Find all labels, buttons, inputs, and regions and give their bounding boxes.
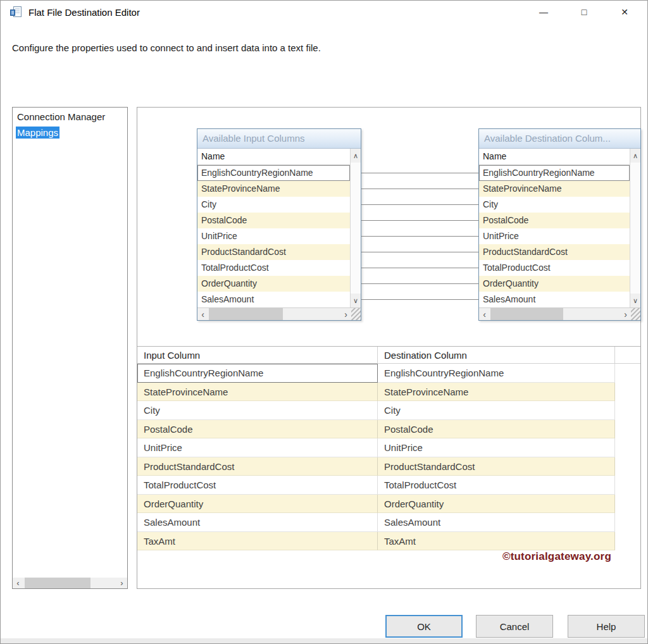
- scrollbar-track[interactable]: [630, 163, 640, 294]
- window-title: Flat File Destination Editor: [28, 7, 140, 18]
- available-input-columns-title[interactable]: Available Input Columns: [197, 129, 361, 149]
- input-cell[interactable]: TaxAmt: [137, 532, 378, 551]
- scroll-left-icon[interactable]: ‹: [197, 308, 208, 320]
- connector-line: [361, 299, 478, 300]
- scroll-right-icon[interactable]: ›: [340, 308, 351, 320]
- resize-grip-icon[interactable]: [351, 308, 361, 320]
- sidebar-item-connection-manager[interactable]: Connection Manager: [13, 110, 127, 123]
- connector-line: [361, 283, 478, 284]
- sidebar-horizontal-scrollbar[interactable]: ‹ ›: [13, 578, 127, 588]
- destination-column-row[interactable]: ProductStandardCost: [479, 244, 630, 260]
- cancel-button[interactable]: Cancel: [476, 615, 553, 638]
- help-button[interactable]: Help: [568, 615, 645, 638]
- maximize-icon[interactable]: □: [564, 1, 604, 23]
- destination-column-row[interactable]: City: [479, 197, 630, 213]
- scroll-right-icon[interactable]: ›: [620, 308, 631, 320]
- vertical-scrollbar[interactable]: ∧ ∨: [350, 149, 361, 307]
- table-row: TotalProductCost TotalProductCost: [137, 476, 640, 495]
- destination-cell[interactable]: PostalCode: [378, 420, 615, 439]
- input-cell[interactable]: OrderQuantity: [137, 495, 378, 514]
- connector-line: [361, 220, 478, 221]
- destination-column-row[interactable]: EnglishCountryRegionName: [479, 165, 630, 181]
- scrollbar-thumb[interactable]: [25, 578, 90, 588]
- mapping-canvas: Available Input Columns Name EnglishCoun…: [137, 108, 640, 346]
- scroll-right-icon[interactable]: ›: [116, 578, 127, 588]
- vertical-scrollbar[interactable]: ∧ ∨: [630, 149, 640, 307]
- table-row: EnglishCountryRegionName EnglishCountryR…: [137, 364, 640, 383]
- scroll-down-icon[interactable]: ∨: [630, 294, 640, 307]
- scroll-up-icon[interactable]: ∧: [351, 149, 361, 163]
- sidebar-item-label: Mappings: [16, 127, 59, 139]
- minimize-icon[interactable]: —: [523, 1, 564, 23]
- table-row: UnitPrice UnitPrice: [137, 438, 640, 457]
- input-cell[interactable]: SalesAmount: [137, 513, 378, 532]
- destination-column-row[interactable]: SalesAmount: [479, 292, 630, 307]
- destination-column-row[interactable]: UnitPrice: [479, 228, 630, 244]
- close-icon[interactable]: ✕: [604, 1, 645, 23]
- input-cell[interactable]: PostalCode: [137, 420, 378, 439]
- destination-cell[interactable]: TaxAmt: [378, 532, 615, 551]
- input-column-row[interactable]: PostalCode: [197, 213, 350, 228]
- available-destination-columns-title[interactable]: Available Destination Colum...: [479, 129, 640, 149]
- input-column-row[interactable]: ProductStandardCost: [197, 244, 350, 260]
- scroll-left-icon[interactable]: ‹: [13, 578, 23, 588]
- input-cell[interactable]: UnitPrice: [137, 438, 378, 457]
- scroll-up-icon[interactable]: ∧: [630, 149, 640, 163]
- horizontal-scrollbar[interactable]: ‹ ›: [197, 307, 361, 320]
- scrollbar-thumb[interactable]: [490, 308, 563, 320]
- page-list-sidebar: Connection Manager Mappings ‹ ›: [12, 107, 128, 589]
- mapping-table-header: Input Column Destination Column: [137, 346, 640, 364]
- input-column-row[interactable]: SalesAmount: [197, 292, 350, 307]
- destination-cell[interactable]: ProductStandardCost: [378, 457, 615, 476]
- mapping-table: Input Column Destination Column EnglishC…: [137, 346, 640, 550]
- destination-column-header: Destination Column: [378, 347, 615, 363]
- input-cell[interactable]: EnglishCountryRegionName: [137, 364, 378, 383]
- input-cell[interactable]: StateProvinceName: [137, 383, 378, 402]
- scrollbar-track[interactable]: [490, 308, 620, 320]
- available-destination-columns-box: Available Destination Colum... Name Engl…: [478, 128, 641, 321]
- scrollbar-track[interactable]: [208, 308, 340, 320]
- scrollbar-track[interactable]: [23, 578, 116, 588]
- flat-file-destination-editor-window: Flat File Destination Editor — □ ✕ Confi…: [0, 0, 648, 644]
- input-column-row[interactable]: TotalProductCost: [197, 260, 350, 276]
- scroll-left-icon[interactable]: ‹: [479, 308, 490, 320]
- dialog-description: Configure the properties used to connect…: [12, 42, 321, 53]
- scroll-down-icon[interactable]: ∨: [351, 294, 361, 307]
- window-controls: — □ ✕: [523, 1, 645, 23]
- input-cell[interactable]: City: [137, 401, 378, 420]
- destination-cell[interactable]: StateProvinceName: [378, 383, 615, 402]
- watermark: ©tutorialgateway.org: [502, 550, 611, 563]
- destination-column-row[interactable]: StateProvinceName: [479, 181, 630, 197]
- destination-cell[interactable]: EnglishCountryRegionName: [378, 364, 615, 383]
- ok-button[interactable]: OK: [385, 615, 463, 638]
- destination-cell[interactable]: SalesAmount: [378, 513, 615, 532]
- destination-cell[interactable]: TotalProductCost: [378, 476, 615, 495]
- input-column-row[interactable]: StateProvinceName: [197, 181, 350, 197]
- table-row: TaxAmt TaxAmt: [137, 532, 640, 551]
- destination-columns-grid: Name EnglishCountryRegionName StateProvi…: [479, 149, 630, 307]
- destination-column-row[interactable]: TotalProductCost: [479, 260, 630, 276]
- table-row: City City: [137, 401, 640, 420]
- input-cell[interactable]: ProductStandardCost: [137, 457, 378, 476]
- destination-column-row[interactable]: OrderQuantity: [479, 276, 630, 292]
- input-column-row[interactable]: UnitPrice: [197, 228, 350, 244]
- scrollbar-track[interactable]: [351, 163, 361, 294]
- input-column-header: Input Column: [137, 347, 378, 363]
- mappings-pane: Available Input Columns Name EnglishCoun…: [137, 107, 641, 589]
- horizontal-scrollbar[interactable]: ‹ ›: [479, 307, 640, 320]
- scrollbar-thumb[interactable]: [209, 308, 283, 320]
- input-column-row[interactable]: EnglishCountryRegionName: [197, 165, 350, 181]
- destination-cell[interactable]: OrderQuantity: [378, 495, 615, 514]
- destination-cell[interactable]: City: [378, 401, 615, 420]
- input-cell[interactable]: TotalProductCost: [137, 476, 378, 495]
- input-column-row[interactable]: City: [197, 197, 350, 213]
- available-input-columns-box: Available Input Columns Name EnglishCoun…: [197, 128, 361, 321]
- window-bottom-edge: [1, 638, 647, 643]
- destination-cell[interactable]: UnitPrice: [378, 438, 615, 457]
- flat-file-icon: [9, 6, 22, 18]
- input-column-row[interactable]: OrderQuantity: [197, 276, 350, 292]
- name-column-header: Name: [197, 149, 350, 165]
- resize-grip-icon[interactable]: [631, 308, 640, 320]
- destination-column-row[interactable]: PostalCode: [479, 213, 630, 228]
- sidebar-item-mappings[interactable]: Mappings: [13, 126, 127, 139]
